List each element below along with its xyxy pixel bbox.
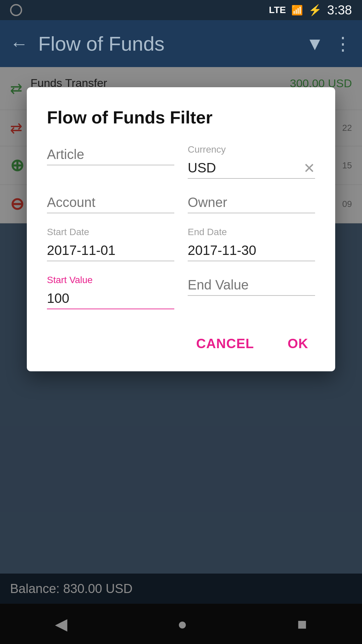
clock: 3:38 <box>327 3 352 17</box>
dialog-actions: CANCEL OK <box>47 326 315 355</box>
start-value-label: Start Value <box>47 275 174 285</box>
owner-input[interactable] <box>188 192 315 213</box>
ok-button[interactable]: OK <box>281 333 315 355</box>
cancel-button[interactable]: CANCEL <box>189 333 261 355</box>
form-row-2 <box>47 192 315 213</box>
start-value-field: Start Value <box>47 275 174 309</box>
currency-wrapper: ✕ <box>188 158 315 179</box>
article-input[interactable] <box>47 144 174 165</box>
signal-dot <box>10 4 22 16</box>
form-row-1: Currency ✕ <box>47 144 315 179</box>
article-field <box>47 144 174 179</box>
signal-bars-icon: 📶 <box>291 5 303 16</box>
filter-icon[interactable]: ▼ <box>306 33 324 54</box>
back-button[interactable]: ← <box>10 33 28 54</box>
start-value-input[interactable] <box>47 288 174 309</box>
form-row-3: Start Date End Date <box>47 227 315 261</box>
currency-field: Currency ✕ <box>188 144 315 179</box>
dialog-title: Flow of Funds Filter <box>47 107 315 127</box>
page-title: Flow of Funds <box>38 32 296 55</box>
currency-label: Currency <box>188 144 315 155</box>
status-right: LTE 📶 ⚡ 3:38 <box>269 3 352 17</box>
battery-icon: ⚡ <box>308 4 322 16</box>
end-value-field <box>188 275 315 309</box>
end-value-input[interactable] <box>188 275 315 296</box>
status-left <box>10 4 22 16</box>
currency-clear-icon[interactable]: ✕ <box>303 160 315 176</box>
more-options-icon[interactable]: ⋮ <box>334 33 352 54</box>
app-bar: ← Flow of Funds ▼ ⋮ <box>0 20 362 67</box>
account-input[interactable] <box>47 192 174 213</box>
currency-input[interactable] <box>188 158 315 179</box>
start-date-input[interactable] <box>47 240 174 261</box>
form-row-4: Start Value <box>47 275 315 309</box>
lte-indicator: LTE <box>269 5 286 15</box>
end-date-label: End Date <box>188 227 315 237</box>
end-date-input[interactable] <box>188 240 315 261</box>
start-date-field: Start Date <box>47 227 174 261</box>
status-bar: LTE 📶 ⚡ 3:38 <box>0 0 362 20</box>
filter-dialog: Flow of Funds Filter Currency ✕ <box>27 87 335 371</box>
start-date-label: Start Date <box>47 227 174 237</box>
end-date-field: End Date <box>188 227 315 261</box>
account-field <box>47 192 174 213</box>
owner-field <box>188 192 315 213</box>
dialog-overlay: Flow of Funds Filter Currency ✕ <box>0 67 362 644</box>
